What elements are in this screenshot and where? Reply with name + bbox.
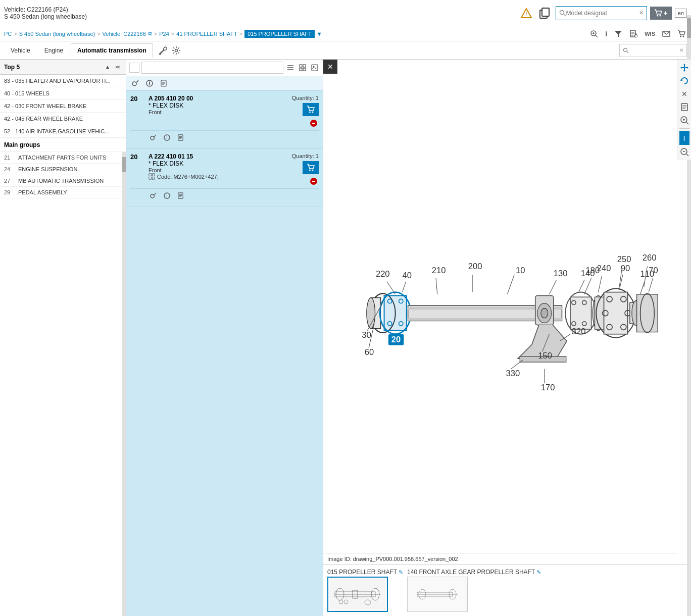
- diagram-tool-page[interactable]: [678, 101, 690, 113]
- top5-item-1[interactable]: 40 - 015 WHEELS: [0, 87, 126, 100]
- svg-rect-109: [570, 297, 591, 330]
- parts-search-input[interactable]: [141, 62, 283, 74]
- wrench-icon-btn[interactable]: [157, 44, 169, 57]
- svg-point-46: [312, 112, 314, 113]
- info-icon: i: [605, 30, 607, 38]
- diagram-tool-1[interactable]: [678, 62, 690, 74]
- svg-text:220: 220: [375, 270, 389, 279]
- breadcrumb-vehicle-model[interactable]: S 450 Sedan (long wheelbase): [19, 31, 95, 37]
- thumbnail-item-1: 140 FRONT AXLE GEAR PROPELLER SHAFT ✎: [407, 569, 541, 612]
- svg-line-38: [137, 81, 138, 82]
- part-qty-0: Quantity: 1: [292, 95, 319, 130]
- part-bottom-icons-0: i: [130, 130, 319, 144]
- breadcrumb-dropdown-icon[interactable]: ▼: [317, 31, 322, 37]
- wis-btn[interactable]: WIS: [643, 29, 657, 38]
- search-clear-btn[interactable]: ✕: [639, 10, 644, 16]
- lang-badge[interactable]: en: [675, 9, 687, 18]
- top5-title: Top 5: [4, 64, 20, 71]
- alert-icon: !: [521, 8, 532, 19]
- top5-item-4[interactable]: 52 - 140 AIR INTAKE,GASOLINE VEHIC...: [0, 125, 126, 138]
- top-bar: Vehicle: C222166 (P24) S 450 Sedan (long…: [0, 0, 691, 26]
- settings-icon-btn[interactable]: [170, 44, 182, 57]
- doc-icon-btn-1[interactable]: [176, 191, 185, 200]
- tab-search-input[interactable]: [629, 47, 679, 54]
- doc-icon-btn-0[interactable]: [176, 133, 185, 142]
- diagram-tool-rotate[interactable]: [678, 75, 690, 87]
- zoom-plus-btn[interactable]: [588, 28, 600, 39]
- remove-btn-0[interactable]: [309, 118, 319, 130]
- thumbnail-label-0: 015 PROPELLER SHAFT ✎: [327, 569, 403, 576]
- group-item-29[interactable]: 29 PEDAL ASSEMBLY: [0, 187, 126, 198]
- breadcrumb-pc[interactable]: PC: [4, 31, 12, 37]
- diagram-zoom-in-btn[interactable]: [678, 114, 690, 126]
- svg-marker-76: [687, 67, 688, 69]
- top5-item-2[interactable]: 42 - 030 FRONT WHEEL BRAKE: [0, 100, 126, 113]
- parts-checkbox[interactable]: [129, 63, 139, 73]
- breadcrumb-p24[interactable]: P24: [159, 31, 169, 37]
- group-scrollbar[interactable]: [122, 152, 126, 616]
- page-icon: [680, 102, 689, 112]
- svg-text:110: 110: [640, 270, 654, 279]
- svg-marker-74: [683, 70, 685, 72]
- info-icon-btn-top[interactable]: i: [144, 78, 155, 88]
- doc-icon-btn-top[interactable]: [159, 78, 169, 88]
- diagram-zoom-out-btn[interactable]: [678, 146, 690, 158]
- highlight-marker[interactable]: |: [679, 131, 689, 145]
- parts-image-view-btn[interactable]: [310, 63, 320, 73]
- parts-list-view-btn[interactable]: [285, 63, 295, 73]
- info-btn[interactable]: i: [604, 28, 609, 39]
- add-to-cart-btn-0[interactable]: [303, 103, 319, 116]
- key-icon-btn-0[interactable]: [149, 133, 158, 142]
- info-icon-btn-0[interactable]: i: [162, 133, 172, 142]
- top5-item-3[interactable]: 42 - 045 REAR WHEEL BRAKE: [0, 113, 126, 125]
- close-small-icon: ✕: [679, 47, 683, 53]
- model-search-box[interactable]: ✕: [556, 6, 647, 20]
- cart-header-btn[interactable]: [676, 28, 687, 39]
- vehicle-name: S 450 Sedan (long wheelbase): [4, 13, 87, 20]
- remove-btn-1[interactable]: [309, 176, 319, 188]
- part-bottom-icons-1: i: [130, 188, 319, 202]
- tab-search-clear[interactable]: ✕: [679, 47, 683, 53]
- svg-text:i: i: [149, 80, 150, 87]
- breadcrumb-41[interactable]: 41 PROPELLER SHAFT: [176, 31, 237, 37]
- thumbnail-text-1: 140 FRONT AXLE GEAR PROPELLER SHAFT: [407, 569, 535, 576]
- add-to-cart-btn-1[interactable]: [303, 161, 319, 174]
- thumbnail-label-1: 140 FRONT AXLE GEAR PROPELLER SHAFT ✎: [407, 569, 541, 576]
- breadcrumb-active[interactable]: 015 PROPELLER SHAFT: [244, 30, 315, 38]
- close-icon: ✕: [639, 10, 644, 16]
- zoom-plus-icon: [590, 30, 598, 38]
- key-icon-btn-1[interactable]: [149, 191, 158, 200]
- diagram-tool-close[interactable]: ✕: [678, 88, 690, 100]
- tab-automatic-transmission[interactable]: Automatic transmission: [71, 43, 153, 58]
- close-diagram-btn[interactable]: ✕: [323, 60, 337, 74]
- part-qty-1: Quantity: 1: [292, 153, 319, 188]
- model-search-input[interactable]: [566, 10, 637, 17]
- breadcrumb-vehicle-id[interactable]: Vehicle: C222166: [103, 31, 146, 37]
- doc-btn[interactable]: !: [628, 28, 639, 39]
- svg-text:!: !: [525, 11, 527, 18]
- add-to-cart-btn[interactable]: +: [650, 7, 672, 20]
- filter-btn[interactable]: [613, 28, 624, 39]
- key-icon-btn-top[interactable]: [130, 78, 140, 88]
- middle-panel: i 20: [126, 60, 323, 616]
- group-item-27[interactable]: 27 MB AUTOMATIC TRANSMISSION: [0, 175, 126, 187]
- top5-collapse-btn[interactable]: ▲: [104, 63, 112, 71]
- group-item-24[interactable]: 24 ENGINE SUSPENSION: [0, 164, 126, 175]
- group-list: 21 ATTACHMENT PARTS FOR UNITS 24 ENGINE …: [0, 152, 126, 616]
- thumbnail-box-1[interactable]: [407, 577, 468, 612]
- tab-engine[interactable]: Engine: [38, 43, 70, 58]
- tab-vehicle[interactable]: Vehicle: [4, 43, 37, 58]
- diagram-image: 20: [323, 60, 691, 564]
- top5-item-0[interactable]: 83 - 035 HEATER AND EVAPORATOR H...: [0, 75, 126, 87]
- thumbnail-box-0[interactable]: [327, 577, 388, 612]
- info-icon-btn-1[interactable]: i: [162, 191, 172, 200]
- group-item-21[interactable]: 21 ATTACHMENT PARTS FOR UNITS: [0, 152, 126, 164]
- alert-icon-btn[interactable]: !: [519, 6, 533, 20]
- thumbnail-edit-icon-0: ✎: [399, 569, 403, 576]
- mail-btn[interactable]: [661, 28, 672, 39]
- tab-search-box[interactable]: ✕: [619, 44, 687, 57]
- svg-marker-73: [683, 64, 685, 65]
- copy-icon-btn[interactable]: [536, 5, 553, 21]
- top5-minimize-btn[interactable]: ≪: [114, 63, 122, 71]
- parts-grid-view-btn[interactable]: [298, 63, 308, 73]
